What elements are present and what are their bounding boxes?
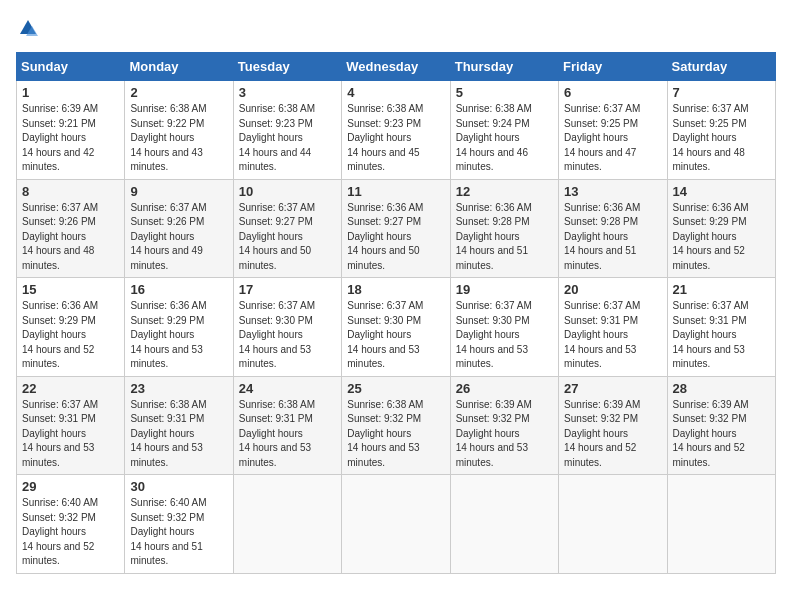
day-info: Sunrise: 6:37 AM Sunset: 9:30 PM Dayligh…	[347, 299, 444, 372]
calendar-cell: 11 Sunrise: 6:36 AM Sunset: 9:27 PM Dayl…	[342, 179, 450, 278]
calendar-cell: 6 Sunrise: 6:37 AM Sunset: 9:25 PM Dayli…	[559, 81, 667, 180]
calendar-cell: 13 Sunrise: 6:36 AM Sunset: 9:28 PM Dayl…	[559, 179, 667, 278]
day-info: Sunrise: 6:38 AM Sunset: 9:24 PM Dayligh…	[456, 102, 553, 175]
day-number: 10	[239, 184, 336, 199]
day-info: Sunrise: 6:40 AM Sunset: 9:32 PM Dayligh…	[130, 496, 227, 569]
calendar-cell: 18 Sunrise: 6:37 AM Sunset: 9:30 PM Dayl…	[342, 278, 450, 377]
day-info: Sunrise: 6:40 AM Sunset: 9:32 PM Dayligh…	[22, 496, 119, 569]
calendar-cell: 23 Sunrise: 6:38 AM Sunset: 9:31 PM Dayl…	[125, 376, 233, 475]
day-info: Sunrise: 6:38 AM Sunset: 9:23 PM Dayligh…	[347, 102, 444, 175]
calendar-cell: 22 Sunrise: 6:37 AM Sunset: 9:31 PM Dayl…	[17, 376, 125, 475]
logo-icon	[16, 16, 40, 40]
day-number: 4	[347, 85, 444, 100]
day-info: Sunrise: 6:36 AM Sunset: 9:29 PM Dayligh…	[130, 299, 227, 372]
day-number: 6	[564, 85, 661, 100]
weekday-header-wednesday: Wednesday	[342, 53, 450, 81]
calendar-cell: 17 Sunrise: 6:37 AM Sunset: 9:30 PM Dayl…	[233, 278, 341, 377]
calendar-cell	[233, 475, 341, 574]
weekday-header-thursday: Thursday	[450, 53, 558, 81]
day-info: Sunrise: 6:36 AM Sunset: 9:27 PM Dayligh…	[347, 201, 444, 274]
day-number: 8	[22, 184, 119, 199]
logo	[16, 16, 44, 40]
day-number: 20	[564, 282, 661, 297]
day-number: 29	[22, 479, 119, 494]
weekday-header-friday: Friday	[559, 53, 667, 81]
day-info: Sunrise: 6:38 AM Sunset: 9:32 PM Dayligh…	[347, 398, 444, 471]
day-number: 12	[456, 184, 553, 199]
day-number: 18	[347, 282, 444, 297]
calendar-cell	[667, 475, 775, 574]
day-number: 21	[673, 282, 770, 297]
day-info: Sunrise: 6:36 AM Sunset: 9:29 PM Dayligh…	[22, 299, 119, 372]
day-number: 7	[673, 85, 770, 100]
day-info: Sunrise: 6:37 AM Sunset: 9:26 PM Dayligh…	[22, 201, 119, 274]
calendar-cell: 4 Sunrise: 6:38 AM Sunset: 9:23 PM Dayli…	[342, 81, 450, 180]
day-info: Sunrise: 6:37 AM Sunset: 9:30 PM Dayligh…	[239, 299, 336, 372]
calendar-cell: 27 Sunrise: 6:39 AM Sunset: 9:32 PM Dayl…	[559, 376, 667, 475]
day-info: Sunrise: 6:39 AM Sunset: 9:21 PM Dayligh…	[22, 102, 119, 175]
calendar-cell: 28 Sunrise: 6:39 AM Sunset: 9:32 PM Dayl…	[667, 376, 775, 475]
day-info: Sunrise: 6:39 AM Sunset: 9:32 PM Dayligh…	[456, 398, 553, 471]
calendar: SundayMondayTuesdayWednesdayThursdayFrid…	[16, 52, 776, 574]
weekday-header-saturday: Saturday	[667, 53, 775, 81]
calendar-cell: 12 Sunrise: 6:36 AM Sunset: 9:28 PM Dayl…	[450, 179, 558, 278]
day-number: 17	[239, 282, 336, 297]
calendar-cell	[342, 475, 450, 574]
day-number: 11	[347, 184, 444, 199]
day-info: Sunrise: 6:36 AM Sunset: 9:28 PM Dayligh…	[456, 201, 553, 274]
calendar-cell: 25 Sunrise: 6:38 AM Sunset: 9:32 PM Dayl…	[342, 376, 450, 475]
calendar-cell: 8 Sunrise: 6:37 AM Sunset: 9:26 PM Dayli…	[17, 179, 125, 278]
calendar-cell: 1 Sunrise: 6:39 AM Sunset: 9:21 PM Dayli…	[17, 81, 125, 180]
day-number: 1	[22, 85, 119, 100]
calendar-cell: 26 Sunrise: 6:39 AM Sunset: 9:32 PM Dayl…	[450, 376, 558, 475]
weekday-header-monday: Monday	[125, 53, 233, 81]
day-info: Sunrise: 6:37 AM Sunset: 9:31 PM Dayligh…	[673, 299, 770, 372]
day-info: Sunrise: 6:36 AM Sunset: 9:29 PM Dayligh…	[673, 201, 770, 274]
day-number: 30	[130, 479, 227, 494]
calendar-cell: 20 Sunrise: 6:37 AM Sunset: 9:31 PM Dayl…	[559, 278, 667, 377]
calendar-cell: 14 Sunrise: 6:36 AM Sunset: 9:29 PM Dayl…	[667, 179, 775, 278]
day-number: 15	[22, 282, 119, 297]
calendar-cell: 29 Sunrise: 6:40 AM Sunset: 9:32 PM Dayl…	[17, 475, 125, 574]
day-number: 24	[239, 381, 336, 396]
day-number: 26	[456, 381, 553, 396]
day-info: Sunrise: 6:39 AM Sunset: 9:32 PM Dayligh…	[673, 398, 770, 471]
day-number: 19	[456, 282, 553, 297]
day-info: Sunrise: 6:37 AM Sunset: 9:26 PM Dayligh…	[130, 201, 227, 274]
calendar-cell: 30 Sunrise: 6:40 AM Sunset: 9:32 PM Dayl…	[125, 475, 233, 574]
day-info: Sunrise: 6:38 AM Sunset: 9:31 PM Dayligh…	[239, 398, 336, 471]
day-number: 13	[564, 184, 661, 199]
day-number: 3	[239, 85, 336, 100]
calendar-cell: 10 Sunrise: 6:37 AM Sunset: 9:27 PM Dayl…	[233, 179, 341, 278]
day-info: Sunrise: 6:37 AM Sunset: 9:25 PM Dayligh…	[564, 102, 661, 175]
day-number: 14	[673, 184, 770, 199]
calendar-cell: 16 Sunrise: 6:36 AM Sunset: 9:29 PM Dayl…	[125, 278, 233, 377]
day-number: 22	[22, 381, 119, 396]
day-number: 2	[130, 85, 227, 100]
day-info: Sunrise: 6:37 AM Sunset: 9:31 PM Dayligh…	[22, 398, 119, 471]
calendar-cell: 7 Sunrise: 6:37 AM Sunset: 9:25 PM Dayli…	[667, 81, 775, 180]
day-info: Sunrise: 6:37 AM Sunset: 9:27 PM Dayligh…	[239, 201, 336, 274]
day-info: Sunrise: 6:37 AM Sunset: 9:30 PM Dayligh…	[456, 299, 553, 372]
day-info: Sunrise: 6:37 AM Sunset: 9:31 PM Dayligh…	[564, 299, 661, 372]
day-info: Sunrise: 6:37 AM Sunset: 9:25 PM Dayligh…	[673, 102, 770, 175]
calendar-cell	[450, 475, 558, 574]
day-number: 25	[347, 381, 444, 396]
calendar-cell: 5 Sunrise: 6:38 AM Sunset: 9:24 PM Dayli…	[450, 81, 558, 180]
header	[16, 16, 776, 40]
day-info: Sunrise: 6:39 AM Sunset: 9:32 PM Dayligh…	[564, 398, 661, 471]
day-info: Sunrise: 6:38 AM Sunset: 9:31 PM Dayligh…	[130, 398, 227, 471]
weekday-header-tuesday: Tuesday	[233, 53, 341, 81]
calendar-cell: 2 Sunrise: 6:38 AM Sunset: 9:22 PM Dayli…	[125, 81, 233, 180]
day-number: 9	[130, 184, 227, 199]
day-info: Sunrise: 6:38 AM Sunset: 9:23 PM Dayligh…	[239, 102, 336, 175]
calendar-cell: 3 Sunrise: 6:38 AM Sunset: 9:23 PM Dayli…	[233, 81, 341, 180]
calendar-cell: 9 Sunrise: 6:37 AM Sunset: 9:26 PM Dayli…	[125, 179, 233, 278]
calendar-cell: 24 Sunrise: 6:38 AM Sunset: 9:31 PM Dayl…	[233, 376, 341, 475]
day-number: 23	[130, 381, 227, 396]
day-number: 28	[673, 381, 770, 396]
day-number: 5	[456, 85, 553, 100]
day-info: Sunrise: 6:36 AM Sunset: 9:28 PM Dayligh…	[564, 201, 661, 274]
weekday-header-sunday: Sunday	[17, 53, 125, 81]
day-number: 27	[564, 381, 661, 396]
